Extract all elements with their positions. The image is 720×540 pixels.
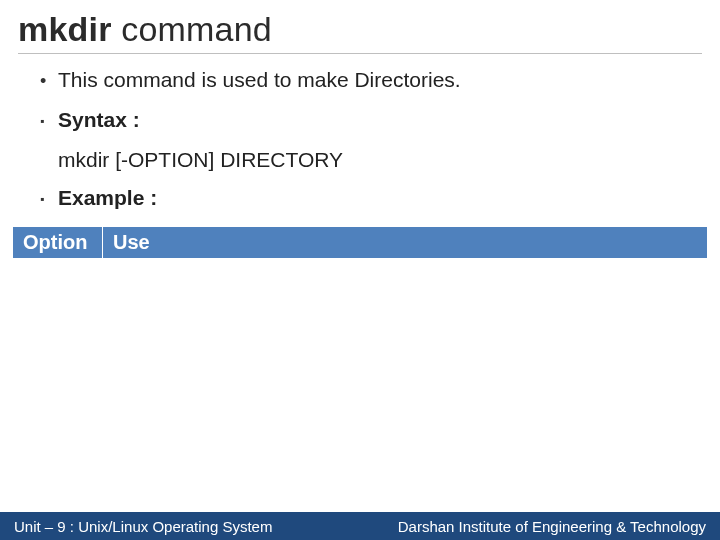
footer-left: Unit – 9 : Unix/Linux Operating System xyxy=(14,518,272,535)
options-table: Option Use xyxy=(12,226,708,259)
bullet-syntax: ▪ Syntax : xyxy=(40,108,700,134)
slide: mkdir command • This command is used to … xyxy=(0,0,720,540)
bullet-square-icon: ▪ xyxy=(40,186,58,212)
table-header-row: Option Use xyxy=(13,227,708,259)
syntax-text: mkdir [-OPTION] DIRECTORY xyxy=(40,148,700,172)
desc-text: This command is used to make Directories… xyxy=(58,68,461,92)
body: • This command is used to make Directori… xyxy=(0,60,720,212)
title-bold: mkdir xyxy=(18,10,112,48)
title-divider xyxy=(18,53,702,54)
bullet-square-icon: ▪ xyxy=(40,108,58,134)
bullet-description: • This command is used to make Directori… xyxy=(40,68,700,94)
footer: Unit – 9 : Unix/Linux Operating System D… xyxy=(0,512,720,540)
th-option: Option xyxy=(13,227,103,259)
options-table-wrap: Option Use xyxy=(0,226,720,259)
syntax-label: Syntax : xyxy=(58,108,140,132)
bullet-example: ▪ Example : xyxy=(40,186,700,212)
bullet-disc-icon: • xyxy=(40,68,58,94)
title-block: mkdir command xyxy=(0,0,720,60)
title-light: command xyxy=(112,10,272,48)
page-title: mkdir command xyxy=(18,10,702,49)
example-label: Example : xyxy=(58,186,157,210)
footer-right: Darshan Institute of Engineering & Techn… xyxy=(398,518,706,535)
th-use: Use xyxy=(103,227,708,259)
